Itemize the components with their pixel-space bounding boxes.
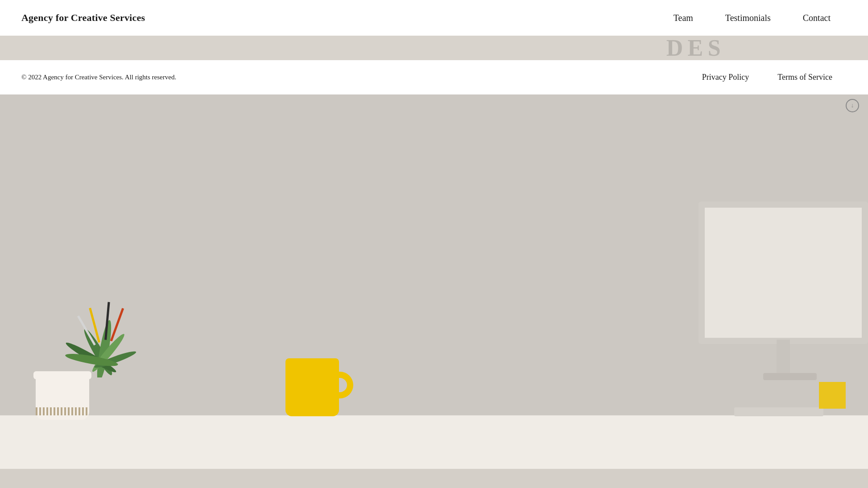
hero-big-text: DES [666,36,725,60]
site-header: Agency for Creative Services Team Testim… [0,0,868,36]
plant-container [36,375,89,420]
nav-contact[interactable]: Contact [787,13,847,23]
laptop [734,407,823,416]
hero-image: ↓ [0,94,868,469]
terms-of-service-link[interactable]: Terms of Service [763,73,847,82]
site-logo[interactable]: Agency for Creative Services [21,12,145,24]
scroll-indicator: ↓ [846,99,859,112]
nav-testimonials[interactable]: Testimonials [709,13,787,23]
monitor-base [763,373,817,380]
site-footer: © 2022 Agency for Creative Services. All… [0,60,868,94]
main-nav: Team Testimonials Contact [657,13,847,23]
mug-body [285,358,339,416]
monitor-stand [777,340,790,375]
sticky-note [819,382,846,409]
plant-leaves-svg [54,262,152,377]
pot-body [36,375,89,420]
pot-rope [36,407,89,415]
copyright-text: © 2022 Agency for Creative Services. All… [21,74,176,81]
hero-top-strip: DES [0,36,868,60]
footer-nav: Privacy Policy Terms of Service [688,73,847,82]
monitor-screen [699,201,868,344]
privacy-policy-link[interactable]: Privacy Policy [688,73,764,82]
pot-rim [33,371,91,379]
nav-team[interactable]: Team [657,13,709,23]
yellow-mug [285,358,339,416]
